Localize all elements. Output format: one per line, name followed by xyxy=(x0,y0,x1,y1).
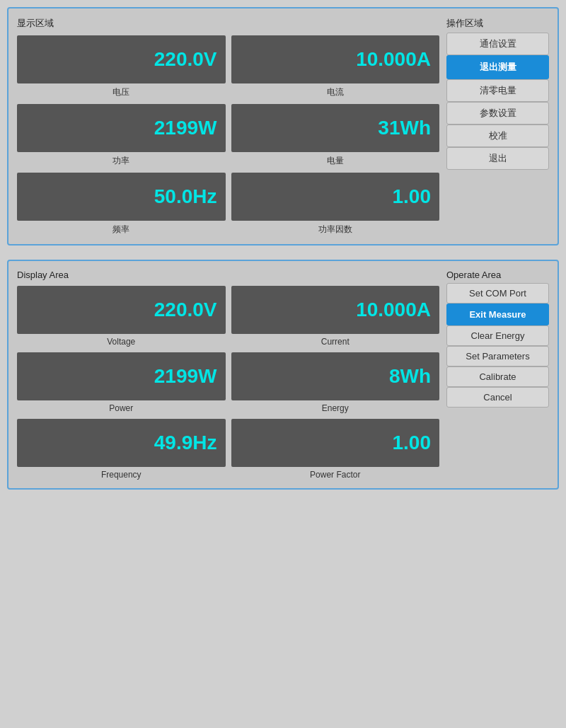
metric-value: 2199W xyxy=(154,117,217,139)
metric-label: 功率因数 xyxy=(318,224,352,236)
metric-label: Power Factor xyxy=(310,470,360,480)
metric-label: Energy xyxy=(322,403,349,413)
metric-value-box: 10.000A xyxy=(231,286,440,334)
metric-block: 2199W功率 xyxy=(17,104,226,167)
metric-label: 电流 xyxy=(327,86,344,98)
display-title-chinese: 显示区域 xyxy=(17,17,439,30)
metric-value-box: 2199W xyxy=(17,352,226,400)
metric-value-box: 220.0V xyxy=(17,286,226,334)
metric-value: 10.000A xyxy=(356,48,431,71)
buttons-container-english: Set COM PortExit MeasureClear EnergySet … xyxy=(446,283,549,408)
metric-block: 1.00Power Factor xyxy=(231,419,440,480)
exit-measure-button[interactable]: Exit Measure xyxy=(446,304,549,325)
cancel-button[interactable]: Cancel xyxy=(446,387,549,408)
metric-value-box: 2199W xyxy=(17,104,226,152)
metric-block: 50.0Hz频率 xyxy=(17,173,226,236)
metric-value-box: 1.00 xyxy=(231,173,440,221)
metric-value: 8Wh xyxy=(389,365,431,388)
metric-block: 220.0V电压 xyxy=(17,35,226,98)
panel-english: Display Area 220.0VVoltage10.000ACurrent… xyxy=(7,260,559,490)
metric-value-box: 220.0V xyxy=(17,35,226,83)
metrics-grid-english: 220.0VVoltage10.000ACurrent2199WPower8Wh… xyxy=(17,286,439,480)
metric-label: 电量 xyxy=(327,155,344,167)
metric-value-box: 1.00 xyxy=(231,419,440,467)
operate-title-english: Operate Area xyxy=(446,270,549,280)
panel-chinese: 显示区域 220.0V电压10.000A电流2199W功率31Wh电量50.0H… xyxy=(7,7,559,245)
metric-label: 频率 xyxy=(112,224,129,236)
metric-block: 10.000ACurrent xyxy=(231,286,440,347)
cancel-button[interactable]: 退出 xyxy=(446,147,549,170)
metric-block: 220.0VVoltage xyxy=(17,286,226,347)
metric-value-box: 49.9Hz xyxy=(17,419,226,467)
metric-block: 31Wh电量 xyxy=(231,104,440,167)
calibrate-button[interactable]: 校准 xyxy=(446,125,549,147)
set-params-button[interactable]: 参数设置 xyxy=(446,102,549,125)
metric-value-box: 50.0Hz xyxy=(17,173,226,221)
operate-area-chinese: 操作区域 通信设置退出测量清零电量参数设置校准退出 xyxy=(446,17,549,236)
metric-value: 220.0V xyxy=(154,48,217,71)
clear-energy-button[interactable]: 清零电量 xyxy=(446,79,549,102)
metric-value: 2199W xyxy=(154,365,217,388)
comm-settings-button[interactable]: 通信设置 xyxy=(446,33,549,55)
metric-block: 1.00功率因数 xyxy=(231,173,440,236)
clear-energy-button[interactable]: Clear Energy xyxy=(446,325,549,346)
exit-measure-button[interactable]: 退出测量 xyxy=(446,55,549,79)
metric-value: 49.9Hz xyxy=(154,432,217,454)
buttons-container-chinese: 通信设置退出测量清零电量参数设置校准退出 xyxy=(446,33,549,170)
metric-block: 2199WPower xyxy=(17,352,226,413)
metric-label: Frequency xyxy=(101,470,142,480)
metric-value-box: 31Wh xyxy=(231,104,440,152)
metric-label: Voltage xyxy=(107,337,135,347)
metric-label: 电压 xyxy=(112,86,129,98)
display-title-english: Display Area xyxy=(17,270,439,280)
metric-block: 49.9HzFrequency xyxy=(17,419,226,480)
set-com-port-button[interactable]: Set COM Port xyxy=(446,283,549,304)
metric-value-box: 8Wh xyxy=(231,352,440,400)
metric-block: 10.000A电流 xyxy=(231,35,440,98)
metric-value: 220.0V xyxy=(154,299,217,321)
metric-block: 8WhEnergy xyxy=(231,352,440,413)
display-area-english: Display Area 220.0VVoltage10.000ACurrent… xyxy=(17,270,439,480)
metric-value: 50.0Hz xyxy=(154,185,217,208)
metric-label: 功率 xyxy=(112,155,129,167)
calibrate-button[interactable]: Calibrate xyxy=(446,366,549,387)
metric-label: Power xyxy=(109,403,133,413)
metric-value-box: 10.000A xyxy=(231,35,440,83)
set-params-button[interactable]: Set Parameters xyxy=(446,346,549,366)
metric-value: 31Wh xyxy=(378,117,431,139)
operate-area-english: Operate Area Set COM PortExit MeasureCle… xyxy=(446,270,549,480)
metric-value: 10.000A xyxy=(356,299,431,321)
metric-value: 1.00 xyxy=(393,432,432,454)
metric-label: Current xyxy=(321,337,350,347)
display-area-chinese: 显示区域 220.0V电压10.000A电流2199W功率31Wh电量50.0H… xyxy=(17,17,439,236)
metrics-grid-chinese: 220.0V电压10.000A电流2199W功率31Wh电量50.0Hz频率1.… xyxy=(17,35,439,236)
operate-title-chinese: 操作区域 xyxy=(446,17,549,30)
metric-value: 1.00 xyxy=(393,185,432,208)
